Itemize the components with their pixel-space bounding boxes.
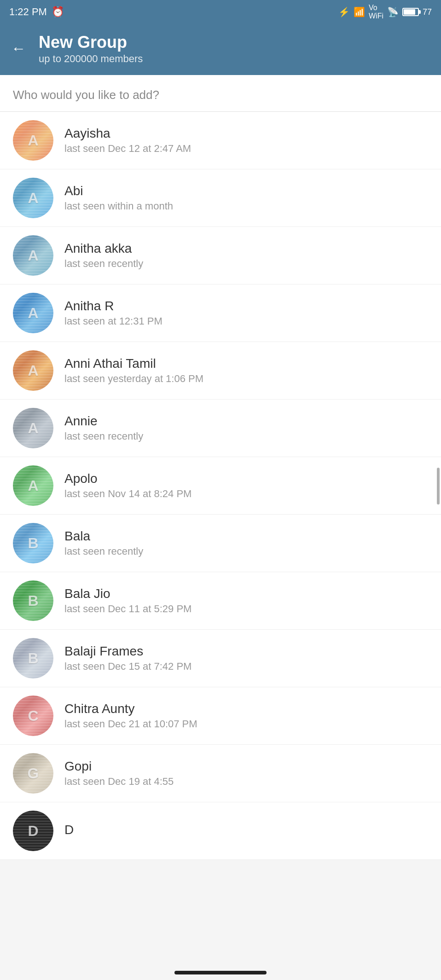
- contact-info: Balaji Frameslast seen Dec 15 at 7:42 PM: [64, 644, 428, 673]
- avatar: A: [13, 178, 53, 218]
- contact-info: Annielast seen recently: [64, 414, 428, 442]
- contact-name: Anitha R: [64, 299, 428, 313]
- avatar: A: [13, 293, 53, 333]
- contact-name: Chitra Aunty: [64, 702, 428, 716]
- contact-info: D: [64, 823, 428, 839]
- contact-status: last seen yesterday at 1:06 PM: [64, 373, 428, 385]
- status-bar-left: 1:22 PM ⏰: [9, 6, 64, 18]
- contact-status: last seen within a month: [64, 200, 428, 212]
- status-bar-right: ⚡ 📶 VoWiFi 📡 77: [338, 4, 432, 20]
- battery-icon: [402, 8, 419, 16]
- avatar: A: [13, 408, 53, 448]
- avatar: A: [13, 235, 53, 276]
- signal-icon: 📶: [354, 6, 365, 17]
- add-question-text: Who would you like to add?: [0, 75, 441, 112]
- avatar-letter: A: [13, 465, 53, 506]
- contact-info: Bala Jiolast seen Dec 11 at 5:29 PM: [64, 586, 428, 615]
- home-indicator: [174, 971, 267, 974]
- contact-info: Abilast seen within a month: [64, 184, 428, 212]
- contact-name: Bala Jio: [64, 586, 428, 601]
- page-title: New Group: [39, 32, 143, 52]
- avatar: B: [13, 580, 53, 621]
- contact-info: Balalast seen recently: [64, 529, 428, 557]
- contact-item[interactable]: AApololast seen Nov 14 at 8:24 PM: [0, 457, 441, 515]
- contact-info: Chitra Auntylast seen Dec 21 at 10:07 PM: [64, 702, 428, 730]
- contact-info: Anitha Rlast seen at 12:31 PM: [64, 299, 428, 327]
- contact-item[interactable]: DD: [0, 802, 441, 860]
- contact-name: Balaji Frames: [64, 644, 428, 659]
- contact-status: last seen Dec 12 at 2:47 AM: [64, 143, 428, 155]
- avatar-letter: A: [13, 120, 53, 161]
- header-text: New Group up to 200000 members: [39, 32, 143, 65]
- contact-name: Annie: [64, 414, 428, 429]
- avatar: C: [13, 696, 53, 736]
- avatar-letter: C: [13, 696, 53, 736]
- contact-info: Apololast seen Nov 14 at 8:24 PM: [64, 471, 428, 500]
- contact-item[interactable]: AAnitha akkalast seen recently: [0, 227, 441, 284]
- back-button[interactable]: ←: [11, 40, 26, 57]
- avatar-letter: G: [13, 753, 53, 794]
- contact-info: Anni Athai Tamillast seen yesterday at 1…: [64, 356, 428, 385]
- contact-item[interactable]: AAnni Athai Tamillast seen yesterday at …: [0, 342, 441, 400]
- contact-info: Gopilast seen Dec 19 at 4:55: [64, 759, 428, 788]
- avatar-letter: D: [13, 811, 53, 851]
- avatar-letter: A: [13, 293, 53, 333]
- contact-status: last seen recently: [64, 430, 428, 442]
- contact-name: Gopi: [64, 759, 428, 774]
- contact-item[interactable]: AAnitha Rlast seen at 12:31 PM: [0, 284, 441, 342]
- avatar-letter: B: [13, 638, 53, 678]
- alarm-icon: ⏰: [52, 6, 64, 18]
- contact-item[interactable]: AAnnielast seen recently: [0, 400, 441, 457]
- contact-name: Apolo: [64, 471, 428, 486]
- avatar-letter: B: [13, 580, 53, 621]
- contact-name: D: [64, 823, 428, 837]
- avatar-letter: A: [13, 408, 53, 448]
- contact-item[interactable]: GGopilast seen Dec 19 at 4:55: [0, 745, 441, 802]
- contact-item[interactable]: AAbilast seen within a month: [0, 169, 441, 227]
- avatar-letter: B: [13, 523, 53, 563]
- contact-status: last seen Dec 21 at 10:07 PM: [64, 718, 428, 730]
- status-bar: 1:22 PM ⏰ ⚡ 📶 VoWiFi 📡 77: [0, 0, 441, 24]
- avatar: B: [13, 523, 53, 563]
- contact-name: Anni Athai Tamil: [64, 356, 428, 371]
- contact-name: Anitha akka: [64, 241, 428, 256]
- contact-status: last seen Nov 14 at 8:24 PM: [64, 488, 428, 500]
- contact-item[interactable]: BBalaji Frameslast seen Dec 15 at 7:42 P…: [0, 630, 441, 687]
- contact-status: last seen recently: [64, 258, 428, 270]
- avatar-letter: A: [13, 178, 53, 218]
- avatar: A: [13, 120, 53, 161]
- wifi-icon: 📡: [387, 6, 399, 17]
- avatar: D: [13, 811, 53, 851]
- time-display: 1:22 PM: [9, 6, 47, 18]
- avatar-letter: A: [13, 235, 53, 276]
- contact-status: last seen at 12:31 PM: [64, 315, 428, 327]
- avatar: A: [13, 465, 53, 506]
- vowifi-label: VoWiFi: [369, 4, 383, 20]
- contact-info: Aayishalast seen Dec 12 at 2:47 AM: [64, 126, 428, 155]
- contact-info: Anitha akkalast seen recently: [64, 241, 428, 270]
- contact-item[interactable]: AAayishalast seen Dec 12 at 2:47 AM: [0, 112, 441, 169]
- contact-list: AAayishalast seen Dec 12 at 2:47 AMAAbil…: [0, 112, 441, 860]
- contact-status: last seen Dec 19 at 4:55: [64, 776, 428, 788]
- contact-name: Bala: [64, 529, 428, 544]
- bluetooth-icon: ⚡: [338, 6, 350, 17]
- contact-item[interactable]: CChitra Auntylast seen Dec 21 at 10:07 P…: [0, 687, 441, 745]
- contact-item[interactable]: BBalalast seen recently: [0, 515, 441, 572]
- contact-status: last seen recently: [64, 545, 428, 557]
- page-subtitle: up to 200000 members: [39, 53, 143, 65]
- contact-item[interactable]: BBala Jiolast seen Dec 11 at 5:29 PM: [0, 572, 441, 630]
- avatar: A: [13, 350, 53, 391]
- battery-percent: 77: [423, 7, 432, 17]
- app-header: ← New Group up to 200000 members: [0, 24, 441, 75]
- contact-status: last seen Dec 15 at 7:42 PM: [64, 661, 428, 673]
- contact-name: Abi: [64, 184, 428, 198]
- avatar-letter: A: [13, 350, 53, 391]
- contact-name: Aayisha: [64, 126, 428, 141]
- avatar: B: [13, 638, 53, 678]
- contact-status: last seen Dec 11 at 5:29 PM: [64, 603, 428, 615]
- avatar: G: [13, 753, 53, 794]
